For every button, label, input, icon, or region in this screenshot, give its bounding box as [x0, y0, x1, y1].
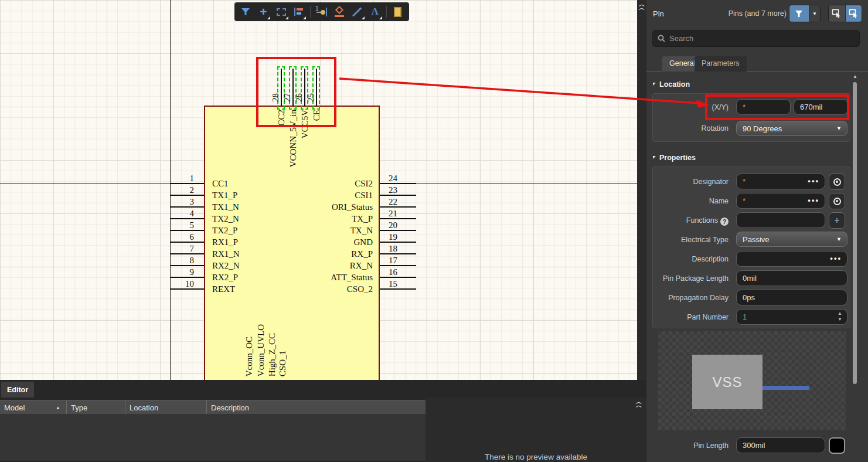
pin-color-swatch[interactable] [829, 437, 845, 454]
part-number-label: Part Number [652, 313, 729, 321]
part-number-input[interactable] [743, 312, 841, 321]
select-overlap-button[interactable] [829, 5, 845, 22]
funnel-icon [795, 10, 803, 18]
functions-field[interactable] [736, 212, 825, 228]
propagation-delay-field[interactable] [736, 290, 847, 305]
line-icon[interactable] [349, 4, 365, 20]
pin-name: RX2_N [212, 261, 240, 270]
select-inside-button[interactable] [845, 5, 862, 22]
pin-line[interactable] [380, 265, 416, 266]
pin-length-field[interactable] [736, 437, 825, 453]
pin-line[interactable] [380, 288, 416, 290]
pin-line[interactable] [170, 230, 204, 231]
tab-editor[interactable]: Editor [1, 382, 34, 398]
designator-label: Designator [652, 178, 729, 186]
pin-name: CSI2 [308, 179, 373, 188]
help-icon[interactable]: ? [720, 218, 729, 226]
align-icon[interactable] [291, 4, 307, 20]
toolbar-separator [310, 6, 311, 18]
column-header-location[interactable]: Location [125, 400, 206, 415]
pin-name: TX1_P [212, 191, 237, 200]
pin-line[interactable] [170, 195, 204, 196]
pin-number: 5 [170, 220, 194, 230]
pin-line[interactable] [380, 253, 416, 254]
search-input[interactable] [669, 34, 845, 43]
crosshair-icon[interactable]: + [256, 4, 271, 20]
pin-name: RX1_P [212, 237, 238, 247]
name-field[interactable]: ••• [736, 193, 825, 209]
panel-scrollbar[interactable] [853, 82, 857, 384]
functions-label: Functions? [652, 216, 729, 226]
collapse-up-icon[interactable]: ︿︿ [635, 400, 643, 407]
no-erc-icon[interactable] [332, 4, 347, 20]
section-properties[interactable]: Properties [653, 154, 696, 162]
pin-line[interactable] [170, 288, 204, 290]
scroll-up-icon[interactable]: ▲ [853, 74, 857, 79]
ellipsis-button[interactable]: ••• [808, 176, 819, 185]
pin-package-length-input[interactable] [743, 274, 841, 283]
column-header-model[interactable]: Model▲ [0, 400, 66, 415]
sort-asc-icon: ▲ [56, 405, 60, 410]
pin-line[interactable] [380, 242, 416, 243]
part-number-field[interactable]: ▲▼ [736, 309, 847, 325]
panel-object-scope[interactable]: Pins (and 7 more) [729, 9, 787, 18]
pin-line[interactable] [170, 183, 204, 184]
pin-number: 3 [170, 197, 194, 206]
pin-line[interactable] [170, 277, 204, 278]
pin-number: 2 [170, 185, 194, 195]
pin-number: 21 [389, 209, 413, 218]
panel-divider-strip: ︿︿ [637, 0, 646, 380]
pin-line[interactable] [380, 195, 416, 196]
pin-name: ATT_Status [308, 273, 373, 282]
pin-line[interactable] [170, 253, 204, 254]
pin-line[interactable] [380, 206, 416, 208]
pin-name: REXT [212, 284, 235, 294]
pin-line[interactable] [170, 242, 204, 243]
functions-input[interactable] [743, 216, 819, 225]
rotation-dropdown[interactable]: 90 Degrees ▼ [736, 121, 847, 136]
funnel-glyph [241, 8, 250, 16]
pin-line[interactable] [380, 277, 416, 278]
designator-field[interactable]: ••• [736, 174, 825, 189]
column-header-description[interactable]: Description [206, 400, 426, 415]
electrical-type-dropdown[interactable]: Passive ▼ [736, 232, 847, 247]
tab-parameters[interactable]: Parameters [695, 56, 747, 72]
pin-name: TX_P [308, 214, 373, 223]
stepper-buttons[interactable]: ▲▼ [838, 311, 842, 321]
pin-line[interactable] [170, 206, 204, 208]
pin-line[interactable] [380, 218, 416, 219]
section-location[interactable]: Location [653, 80, 690, 89]
propagation-delay-label: Propagation Delay [652, 294, 729, 302]
model-table-body[interactable] [0, 414, 426, 462]
pin-line[interactable] [170, 265, 204, 266]
pin-length-input[interactable] [743, 441, 819, 450]
column-header-type[interactable]: Type [66, 400, 125, 415]
pin-name: TX_N [308, 226, 373, 235]
add-function-button[interactable]: + [829, 212, 845, 229]
pin-number: 7 [170, 244, 194, 253]
text-icon[interactable]: A [367, 4, 383, 20]
pin-line[interactable] [380, 183, 416, 184]
place-pin-icon[interactable]: 1 [314, 4, 329, 20]
part-icon[interactable] [390, 4, 406, 20]
name-visibility-button[interactable] [829, 193, 845, 209]
propagation-delay-input[interactable] [743, 293, 841, 302]
electrical-type-label: Electrical Type [652, 236, 729, 244]
pin-number: 18 [389, 244, 413, 253]
description-input[interactable] [743, 254, 841, 263]
pin-number: 23 [389, 185, 413, 195]
description-field[interactable]: ••• [736, 251, 847, 267]
ellipsis-button[interactable]: ••• [830, 254, 842, 263]
search-box[interactable] [652, 30, 860, 47]
selection-rect-icon[interactable] [273, 4, 288, 20]
collapse-up-icon[interactable]: ︿︿ [638, 2, 646, 9]
filter-icon[interactable] [238, 4, 253, 20]
pin-line[interactable] [170, 218, 204, 219]
pin-package-length-field[interactable] [736, 270, 847, 286]
designator-visibility-button[interactable] [829, 174, 845, 190]
pin-number: 1 [170, 174, 194, 183]
pin-line[interactable] [380, 230, 416, 231]
ellipsis-button[interactable]: ••• [808, 196, 819, 205]
filter-button[interactable] [789, 5, 809, 22]
filter-dropdown-button[interactable]: ▼ [809, 5, 820, 22]
